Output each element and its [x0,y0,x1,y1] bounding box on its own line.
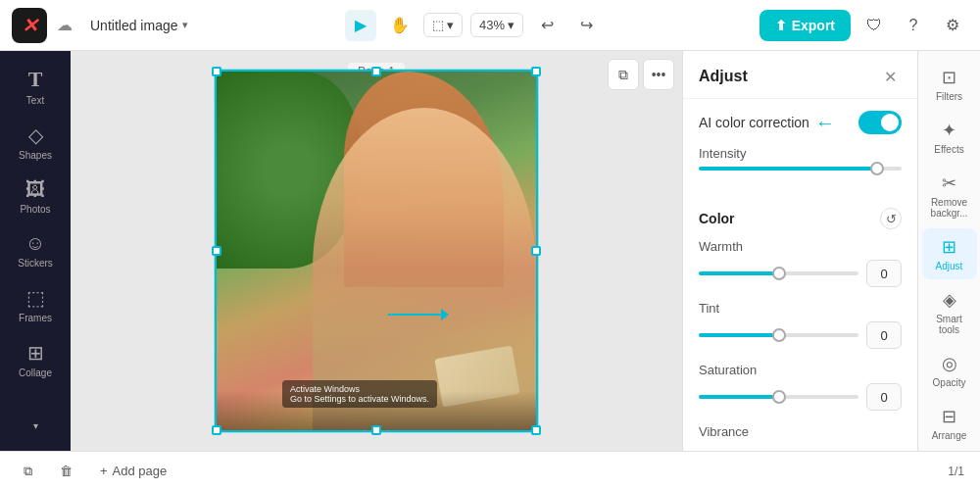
tint-value: 0 [866,321,902,349]
stickers-icon: ☺ [25,232,45,255]
left-sidebar: T Text ◇ Shapes 🖼 Photos ☺ Stickers ⬚ Fr… [0,51,71,451]
frames-icon: ⬚ [26,286,45,310]
sidebar-expand-button[interactable]: ▾ [4,413,67,439]
sidebar-item-filters[interactable]: ⊡ Filters [922,59,977,110]
adjust-panel: Adjust ✕ AI color correction ← Intensity [682,51,917,451]
sidebar-item-opacity[interactable]: ◎ Opacity [922,345,977,396]
adjust-panel-header: Adjust ✕ [683,51,917,99]
color-reset-button[interactable]: ↺ [880,208,902,229]
tint-thumb[interactable] [772,328,786,342]
duplicate-page-button[interactable]: ⧉ [16,460,40,483]
adjust-icon: ⊞ [942,236,956,258]
page-indicator: 1/1 [948,465,964,478]
canvas-toolbar: ⧉ ••• [608,59,674,90]
arrange-icon: ⊟ [942,406,956,427]
delete-page-button[interactable]: 🗑 [52,460,80,482]
saturation-thumb[interactable] [772,390,786,404]
sidebar-item-text[interactable]: T Text [4,59,67,114]
sidebar-item-adjust[interactable]: ⊞ Adjust [922,228,977,279]
sidebar-item-arrange[interactable]: ⊟ Arrange [922,398,977,449]
sidebar-item-remove-bg[interactable]: ✂ Remove backgr... [922,165,977,226]
resize-handle-bottommid[interactable] [371,425,381,435]
color-section: Color ↺ Warmth 0 Tint 0 Saturation [683,196,917,451]
saturation-value: 0 [866,383,902,411]
settings-button[interactable]: ⚙ [937,10,968,41]
help-button[interactable]: ? [898,10,929,41]
color-section-header: Color ↺ [699,208,902,229]
sidebar-item-smart-tools[interactable]: ◈ Smart tools [922,281,977,343]
canvas-more-button[interactable]: ••• [643,59,674,90]
resize-handle-topleft[interactable] [212,67,221,76]
main-area: T Text ◇ Shapes 🖼 Photos ☺ Stickers ⬚ Fr… [0,51,980,451]
collage-icon: ⊞ [27,341,44,365]
sidebar-item-frames[interactable]: ⬚ Frames [4,278,67,331]
document-title[interactable]: Untitled image ▾ [90,18,188,33]
topbar-right: ⬆ Export 🛡 ? ⚙ [760,10,968,41]
tint-slider[interactable] [699,333,858,337]
canvas-area[interactable]: Page 1 ⧉ ••• [71,51,682,451]
select-tool-button[interactable]: ▶ [345,10,376,41]
add-page-icon: + [100,464,108,478]
frame-chevron-icon: ▾ [447,18,454,32]
warmth-value: 0 [866,260,902,287]
sidebar-item-collage[interactable]: ⊞ Collage [4,333,67,386]
sidebar-item-photos[interactable]: 🖼 Photos [4,171,67,222]
bottom-bar: ⧉ 🗑 + Add page 1/1 [0,451,980,490]
color-section-title: Color [699,211,735,226]
intensity-slider[interactable] [699,167,902,171]
hand-tool-button[interactable]: ✋ [384,10,416,41]
frame-icon: ⬚ [432,18,444,32]
undo-button[interactable]: ↩ [531,10,563,41]
remove-bg-icon: ✂ [942,172,956,194]
sidebar-item-shapes[interactable]: ◇ Shapes [4,116,67,169]
text-icon: T [28,67,43,92]
tint-fill [699,333,779,337]
warmth-fill [699,271,779,275]
resize-handle-midleft[interactable] [212,246,221,256]
resize-handle-bottomright[interactable] [531,425,541,435]
sidebar-bottom: ▾ [4,413,67,443]
ai-color-row: AI color correction ← [699,111,902,134]
title-chevron-icon: ▾ [182,19,188,31]
tint-label: Tint [699,301,902,316]
sidebar-item-stickers[interactable]: ☺ Stickers [4,224,67,276]
ai-color-label: AI color correction ← [699,112,835,134]
adjust-close-button[interactable]: ✕ [878,65,902,88]
ai-color-toggle[interactable] [858,111,902,134]
canvas-image [217,72,536,430]
resize-handle-topright[interactable] [531,67,541,76]
trash-icon: 🗑 [60,464,73,478]
tint-slider-row: 0 [699,321,902,349]
vibrance-label: Vibrance [699,424,902,439]
resize-handle-topmid[interactable] [371,67,381,76]
frame-view-button[interactable]: ⬚ ▾ [423,13,463,37]
canvas-duplicate-button[interactable]: ⧉ [608,59,639,90]
cloud-save-icon: ☁ [57,16,73,34]
saturation-slider[interactable] [699,395,858,399]
photos-icon: 🖼 [25,178,45,201]
warmth-slider[interactable] [699,271,858,275]
warmth-label: Warmth [699,239,902,254]
export-button[interactable]: ⬆ Export [760,10,851,41]
smart-tools-icon: ◈ [943,289,956,311]
add-page-button[interactable]: + Add page [92,460,174,482]
ai-arrow-icon: ← [815,112,835,134]
shield-button[interactable]: 🛡 [858,10,890,41]
filters-icon: ⊡ [942,67,956,88]
adjust-panel-title: Adjust [699,68,748,85]
image-shadow [217,391,536,430]
opacity-icon: ◎ [942,353,957,374]
topbar-tools: ▶ ✋ ⬚ ▾ 43% ▾ ↩ ↪ [345,10,602,41]
resize-handle-bottomleft[interactable] [212,425,221,435]
effects-icon: ✦ [942,120,956,141]
intensity-fill [699,167,877,171]
sidebar-item-effects[interactable]: ✦ Effects [922,112,977,163]
app-logo[interactable]: ✕ [12,8,47,43]
resize-handle-midright[interactable] [531,246,541,256]
redo-button[interactable]: ↪ [570,10,602,41]
ai-correction-section: AI color correction ← Intensity [683,99,917,196]
export-icon: ⬆ [775,18,787,33]
intensity-thumb[interactable] [870,162,884,175]
zoom-control[interactable]: 43% ▾ [470,13,523,37]
warmth-thumb[interactable] [772,267,786,280]
